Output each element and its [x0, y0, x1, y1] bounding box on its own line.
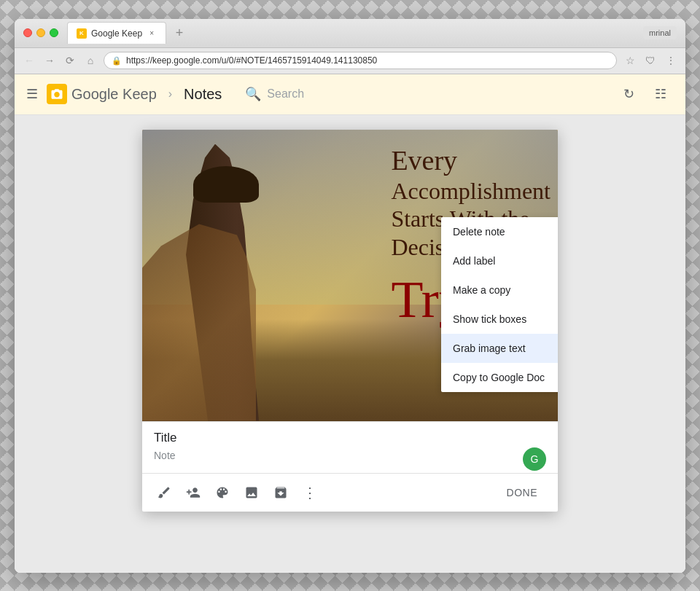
- ssl-lock-icon: 🔒: [112, 56, 122, 66]
- tab-title: Google Keep: [91, 28, 142, 39]
- keep-logo-icon: [47, 84, 67, 104]
- header-actions: ↻ ☷: [615, 81, 674, 107]
- context-menu-add-label[interactable]: Add label: [441, 246, 558, 275]
- minimize-window-button[interactable]: [36, 28, 45, 37]
- keep-logo-text: Google Keep: [71, 86, 157, 103]
- bookmark-button[interactable]: ☆: [623, 53, 637, 68]
- search-icon[interactable]: 🔍: [245, 86, 261, 102]
- more-options-icon: ⋮: [303, 484, 317, 501]
- grid-view-button[interactable]: ☷: [648, 81, 674, 107]
- title-bar: K Google Keep × + mrinal: [15, 19, 685, 48]
- browser-menu-button[interactable]: ⋮: [664, 53, 678, 68]
- archive-button[interactable]: [268, 480, 294, 506]
- context-menu-show-tick-boxes[interactable]: Show tick boxes: [441, 305, 558, 334]
- note-modal: Every Accomplishment Starts With the Dec…: [142, 130, 558, 512]
- keep-logo: Google Keep: [47, 84, 157, 104]
- context-menu-delete-note[interactable]: Delete note: [441, 217, 558, 246]
- more-options-button[interactable]: ⋮: [297, 480, 323, 506]
- note-image: Every Accomplishment Starts With the Dec…: [142, 130, 558, 421]
- quote-line-1: Every: [391, 144, 551, 178]
- forward-button[interactable]: →: [42, 53, 57, 68]
- breadcrumb-text: Notes: [184, 86, 222, 103]
- reload-button[interactable]: ⟳: [63, 53, 77, 68]
- add-image-button[interactable]: [238, 480, 265, 506]
- home-button[interactable]: ⌂: [83, 53, 98, 68]
- traffic-lights: [23, 28, 58, 37]
- active-tab[interactable]: K Google Keep ×: [67, 22, 166, 44]
- done-button[interactable]: DONE: [495, 481, 549, 504]
- search-placeholder: Search: [267, 87, 304, 101]
- url-bar[interactable]: 🔒 https://keep.google.com/u/0/#NOTE/1465…: [104, 52, 617, 69]
- back-button[interactable]: ←: [22, 53, 36, 68]
- tab-bar: K Google Keep × + mrinal: [67, 22, 677, 44]
- browser-window: K Google Keep × + mrinal ← → ⟳ ⌂ 🔒 https…: [15, 19, 685, 573]
- refresh-button[interactable]: ↻: [615, 81, 642, 107]
- main-area: Every Accomplishment Starts With the Dec…: [15, 115, 685, 573]
- address-bar: ← → ⟳ ⌂ 🔒 https://keep.google.com/u/0/#N…: [15, 48, 685, 74]
- note-content[interactable]: Note: [154, 450, 546, 464]
- tab-favicon: K: [77, 28, 87, 39]
- note-title[interactable]: Title: [154, 431, 546, 445]
- context-menu-make-copy[interactable]: Make a copy: [441, 275, 558, 305]
- new-tab-button[interactable]: +: [169, 23, 190, 43]
- close-window-button[interactable]: [23, 28, 32, 37]
- tab-close-button[interactable]: ×: [147, 28, 157, 39]
- add-collaborator-button[interactable]: [180, 480, 206, 506]
- context-menu-grab-image-text[interactable]: Grab image text: [441, 334, 558, 363]
- extension-button[interactable]: 🛡: [643, 53, 658, 68]
- app-content: ☰ Google Keep › Notes 🔍 Search ↻ ☷: [15, 74, 685, 573]
- palette-button[interactable]: [209, 480, 236, 506]
- url-text: https://keep.google.com/u/0/#NOTE/146571…: [126, 55, 377, 66]
- user-badge: mrinal: [643, 26, 677, 39]
- maximize-window-button[interactable]: [50, 28, 58, 37]
- avatar: G: [523, 447, 546, 471]
- hamburger-menu-icon[interactable]: ☰: [26, 86, 38, 102]
- note-toolbar: ⋮ DONE: [142, 473, 558, 512]
- context-menu-copy-to-doc[interactable]: Copy to Google Doc: [441, 363, 558, 392]
- search-area: 🔍 Search: [245, 86, 304, 102]
- keep-header: ☰ Google Keep › Notes 🔍 Search ↻ ☷: [15, 74, 685, 115]
- context-menu: Delete note Add label Make a copy Show t…: [441, 217, 558, 392]
- note-body: Title Note: [142, 421, 558, 473]
- brush-tool-button[interactable]: [151, 480, 177, 506]
- quote-line-2: Accomplishment: [391, 177, 551, 205]
- breadcrumb-separator: ›: [168, 87, 172, 101]
- note-image-background: Every Accomplishment Starts With the Dec…: [142, 130, 558, 421]
